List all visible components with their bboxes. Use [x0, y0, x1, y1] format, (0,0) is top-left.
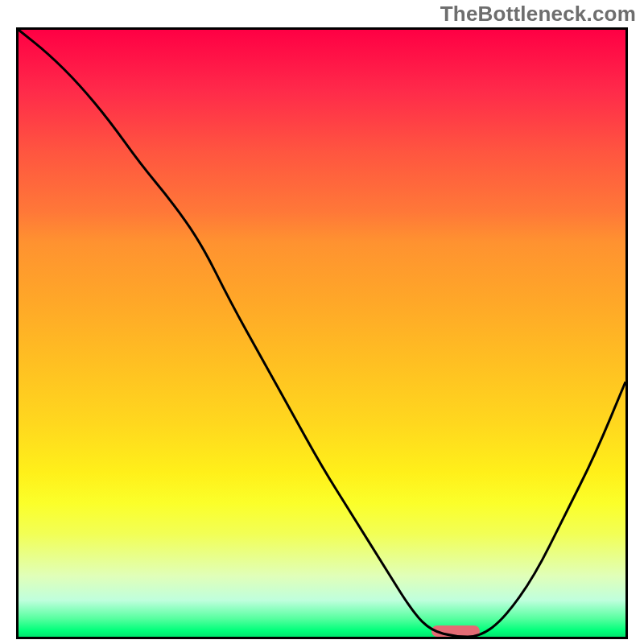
watermark-text: TheBottleneck.com: [440, 2, 636, 27]
chart-frame: [16, 27, 628, 639]
bottleneck-curve: [19, 30, 625, 637]
curve-path: [19, 30, 625, 637]
